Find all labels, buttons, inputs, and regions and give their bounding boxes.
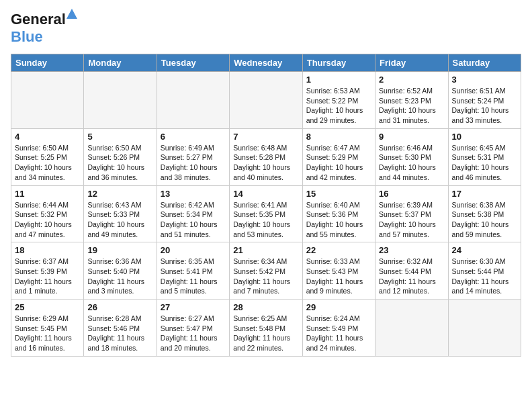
calendar-week-3: 18Sunrise: 6:37 AM Sunset: 5:39 PM Dayli… (11, 242, 521, 300)
day-number: 6 (161, 132, 226, 142)
calendar-cell: 11Sunrise: 6:44 AM Sunset: 5:32 PM Dayli… (11, 185, 84, 242)
calendar-cell: 28Sunrise: 6:25 AM Sunset: 5:48 PM Dayli… (230, 300, 302, 357)
day-info: Sunrise: 6:45 AM Sunset: 5:31 PM Dayligh… (452, 143, 517, 183)
calendar-cell: 18Sunrise: 6:37 AM Sunset: 5:39 PM Dayli… (11, 242, 84, 300)
day-info: Sunrise: 6:24 AM Sunset: 5:49 PM Dayligh… (306, 314, 371, 353)
calendar-cell: 26Sunrise: 6:28 AM Sunset: 5:46 PM Dayli… (84, 300, 157, 357)
calendar-header-tuesday: Tuesday (157, 54, 229, 72)
calendar-cell: 24Sunrise: 6:30 AM Sunset: 5:44 PM Dayli… (448, 242, 521, 300)
day-info: Sunrise: 6:52 AM Sunset: 5:23 PM Dayligh… (379, 86, 444, 126)
day-number: 4 (15, 132, 80, 142)
calendar-cell: 1Sunrise: 6:53 AM Sunset: 5:22 PM Daylig… (302, 72, 375, 129)
calendar-cell: 27Sunrise: 6:27 AM Sunset: 5:47 PM Dayli… (157, 300, 229, 357)
day-number: 14 (233, 189, 298, 199)
day-number: 13 (161, 189, 226, 199)
day-number: 18 (15, 245, 80, 255)
calendar-cell (230, 72, 302, 129)
day-number: 22 (306, 245, 371, 255)
calendar-header-sunday: Sunday (11, 54, 84, 72)
day-info: Sunrise: 6:50 AM Sunset: 5:26 PM Dayligh… (87, 143, 152, 183)
day-number: 9 (379, 132, 444, 142)
day-number: 26 (87, 302, 152, 312)
calendar-week-2: 11Sunrise: 6:44 AM Sunset: 5:32 PM Dayli… (11, 185, 521, 242)
day-number: 12 (87, 189, 152, 199)
svg-marker-0 (66, 9, 77, 19)
calendar-cell (84, 72, 157, 129)
calendar-week-4: 25Sunrise: 6:29 AM Sunset: 5:45 PM Dayli… (11, 300, 521, 357)
calendar-cell: 6Sunrise: 6:49 AM Sunset: 5:27 PM Daylig… (157, 128, 229, 185)
page: General Blue SundayMondayTuesdayWednesda… (0, 0, 532, 411)
calendar-cell: 9Sunrise: 6:46 AM Sunset: 5:30 PM Daylig… (375, 128, 448, 185)
day-info: Sunrise: 6:41 AM Sunset: 5:35 PM Dayligh… (233, 200, 298, 240)
day-info: Sunrise: 6:39 AM Sunset: 5:37 PM Dayligh… (379, 200, 444, 240)
logo-general: General (11, 11, 66, 28)
calendar-cell: 8Sunrise: 6:47 AM Sunset: 5:29 PM Daylig… (302, 128, 375, 185)
calendar-cell: 23Sunrise: 6:32 AM Sunset: 5:44 PM Dayli… (375, 242, 448, 300)
calendar-cell: 16Sunrise: 6:39 AM Sunset: 5:37 PM Dayli… (375, 185, 448, 242)
day-info: Sunrise: 6:28 AM Sunset: 5:46 PM Dayligh… (87, 314, 152, 353)
day-info: Sunrise: 6:30 AM Sunset: 5:44 PM Dayligh… (452, 257, 517, 296)
day-info: Sunrise: 6:48 AM Sunset: 5:28 PM Dayligh… (233, 143, 298, 183)
day-info: Sunrise: 6:42 AM Sunset: 5:34 PM Dayligh… (161, 200, 226, 240)
calendar-cell: 17Sunrise: 6:38 AM Sunset: 5:38 PM Dayli… (448, 185, 521, 242)
calendar-cell: 4Sunrise: 6:50 AM Sunset: 5:25 PM Daylig… (11, 128, 84, 185)
day-info: Sunrise: 6:46 AM Sunset: 5:30 PM Dayligh… (379, 143, 444, 183)
day-info: Sunrise: 6:37 AM Sunset: 5:39 PM Dayligh… (15, 257, 80, 296)
calendar-cell (448, 300, 521, 357)
day-number: 23 (379, 245, 444, 255)
day-number: 2 (379, 75, 444, 85)
day-number: 5 (87, 132, 152, 142)
calendar-cell: 10Sunrise: 6:45 AM Sunset: 5:31 PM Dayli… (448, 128, 521, 185)
calendar-cell (11, 72, 84, 129)
day-number: 28 (233, 302, 298, 312)
day-info: Sunrise: 6:35 AM Sunset: 5:41 PM Dayligh… (161, 257, 226, 296)
calendar-cell: 5Sunrise: 6:50 AM Sunset: 5:26 PM Daylig… (84, 128, 157, 185)
day-number: 25 (15, 302, 80, 312)
day-info: Sunrise: 6:47 AM Sunset: 5:29 PM Dayligh… (306, 143, 371, 183)
day-info: Sunrise: 6:53 AM Sunset: 5:22 PM Dayligh… (306, 86, 371, 126)
calendar-cell (157, 72, 229, 129)
day-info: Sunrise: 6:25 AM Sunset: 5:48 PM Dayligh… (233, 314, 298, 353)
day-number: 3 (452, 75, 517, 85)
day-info: Sunrise: 6:43 AM Sunset: 5:33 PM Dayligh… (87, 200, 152, 240)
calendar-cell: 15Sunrise: 6:40 AM Sunset: 5:36 PM Dayli… (302, 185, 375, 242)
day-number: 17 (452, 189, 517, 199)
day-number: 8 (306, 132, 371, 142)
calendar-header-saturday: Saturday (448, 54, 521, 72)
day-number: 24 (452, 245, 517, 255)
day-info: Sunrise: 6:49 AM Sunset: 5:27 PM Dayligh… (161, 143, 226, 183)
calendar-cell: 12Sunrise: 6:43 AM Sunset: 5:33 PM Dayli… (84, 185, 157, 242)
calendar-cell: 25Sunrise: 6:29 AM Sunset: 5:45 PM Dayli… (11, 300, 84, 357)
calendar-cell: 21Sunrise: 6:34 AM Sunset: 5:42 PM Dayli… (230, 242, 302, 300)
day-number: 20 (161, 245, 226, 255)
calendar-header-row: SundayMondayTuesdayWednesdayThursdayFrid… (11, 54, 521, 72)
day-info: Sunrise: 6:38 AM Sunset: 5:38 PM Dayligh… (452, 200, 517, 240)
calendar-header-wednesday: Wednesday (230, 54, 302, 72)
calendar-cell: 7Sunrise: 6:48 AM Sunset: 5:28 PM Daylig… (230, 128, 302, 185)
calendar-cell (375, 300, 448, 357)
day-info: Sunrise: 6:34 AM Sunset: 5:42 PM Dayligh… (233, 257, 298, 296)
day-number: 27 (161, 302, 226, 312)
calendar-cell: 29Sunrise: 6:24 AM Sunset: 5:49 PM Dayli… (302, 300, 375, 357)
header: General Blue (11, 11, 521, 46)
calendar-cell: 19Sunrise: 6:36 AM Sunset: 5:40 PM Dayli… (84, 242, 157, 300)
day-info: Sunrise: 6:27 AM Sunset: 5:47 PM Dayligh… (161, 314, 226, 353)
day-info: Sunrise: 6:32 AM Sunset: 5:44 PM Dayligh… (379, 257, 444, 296)
day-info: Sunrise: 6:33 AM Sunset: 5:43 PM Dayligh… (306, 257, 371, 296)
day-number: 16 (379, 189, 444, 199)
calendar-table: SundayMondayTuesdayWednesdayThursdayFrid… (11, 54, 521, 357)
day-info: Sunrise: 6:29 AM Sunset: 5:45 PM Dayligh… (15, 314, 80, 353)
calendar-cell: 2Sunrise: 6:52 AM Sunset: 5:23 PM Daylig… (375, 72, 448, 129)
logo: General Blue (11, 11, 66, 46)
day-number: 19 (87, 245, 152, 255)
day-info: Sunrise: 6:36 AM Sunset: 5:40 PM Dayligh… (87, 257, 152, 296)
logo-icon (66, 8, 78, 20)
day-info: Sunrise: 6:40 AM Sunset: 5:36 PM Dayligh… (306, 200, 371, 240)
calendar-cell: 3Sunrise: 6:51 AM Sunset: 5:24 PM Daylig… (448, 72, 521, 129)
calendar-cell: 22Sunrise: 6:33 AM Sunset: 5:43 PM Dayli… (302, 242, 375, 300)
day-number: 10 (452, 132, 517, 142)
calendar-cell: 20Sunrise: 6:35 AM Sunset: 5:41 PM Dayli… (157, 242, 229, 300)
calendar-header-monday: Monday (84, 54, 157, 72)
calendar-cell: 13Sunrise: 6:42 AM Sunset: 5:34 PM Dayli… (157, 185, 229, 242)
day-number: 29 (306, 302, 371, 312)
